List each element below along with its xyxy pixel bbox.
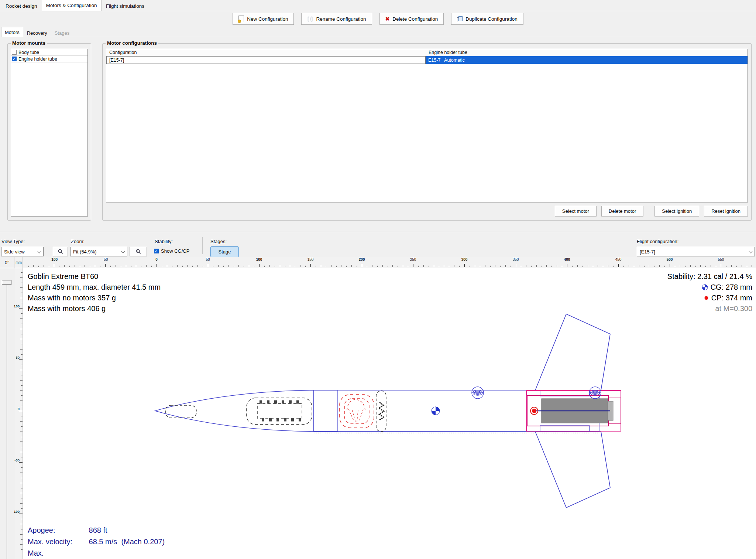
fin-lower — [535, 432, 610, 508]
zoom-label: Zoom: — [71, 239, 85, 244]
zoom-value: Fit (54.9%) — [73, 249, 97, 255]
duplicate-icon — [457, 16, 463, 22]
chevron-down-icon — [38, 250, 41, 253]
rename-configuration-button[interactable]: Rename Configuration — [301, 13, 372, 25]
tab-flight-simulations[interactable]: Flight simulations — [102, 1, 149, 11]
rotation-slider-track[interactable] — [7, 285, 7, 559]
flight-data-block: Apogee: 868 ft Max. velocity: 68.5 m/s (… — [28, 525, 165, 559]
openrocket-window: Rocket design Motors & Configuration Fli… — [0, 0, 756, 559]
zoom-out-icon — [58, 249, 63, 255]
max-acceleration-label: Max. acceleration: — [28, 548, 87, 559]
cp-marker-dot — [532, 409, 536, 413]
parachute-mid — [344, 399, 369, 424]
shock-cord — [379, 402, 384, 420]
rocket-mass-no-motors: Mass with no motors 357 g — [28, 293, 161, 303]
fin-tab-bottom — [540, 426, 590, 432]
rocket-info-block: Goblin Extreme BT60 Length 459 mm, max. … — [28, 271, 161, 314]
body-tube-checkbox[interactable] — [12, 50, 17, 55]
mount-item-engine-holder-tube[interactable]: Engine holder tube — [11, 55, 88, 62]
tab-rocket-design[interactable]: Rocket design — [1, 1, 42, 11]
motor-mounts-group: Motor mounts Body tube Engine holder tub… — [7, 43, 91, 221]
select-motor-button[interactable]: Select motor — [555, 206, 597, 217]
cg-icon — [702, 284, 708, 290]
delete-configuration-button[interactable]: ✖ Delete Configuration — [379, 13, 444, 25]
engine-holder-tube-cell-selected[interactable]: E15-7 Automatic — [426, 56, 748, 64]
cg-marker-q1 — [436, 407, 440, 411]
cg-value: CG: 278 mm — [711, 282, 752, 293]
parachute-line-4 — [359, 409, 363, 421]
configuration-toolbar: New Configuration Rename Configuration ✖… — [0, 11, 756, 27]
cp-icon — [704, 296, 709, 300]
stage-toggle-button[interactable]: Stage — [210, 246, 239, 257]
launch-lug-fore — [472, 387, 484, 399]
ruler-unit-label: mm — [15, 257, 23, 268]
delete-motor-button[interactable]: Delete motor — [601, 206, 643, 217]
mach-condition: at M=0.300 — [667, 303, 752, 314]
column-header-configuration: Configuration — [106, 50, 426, 55]
view-type-label: View Type: — [1, 239, 25, 244]
motor-buttons-row: Select motor Delete motor Select ignitio… — [555, 206, 748, 217]
delete-x-icon: ✖ — [385, 16, 390, 21]
fin-upper — [535, 314, 610, 390]
rocket-mass-with-motors: Mass with motors 406 g — [28, 303, 161, 314]
select-ignition-button[interactable]: Select ignition — [654, 206, 699, 217]
flight-configuration-value: [E15-7] — [640, 249, 655, 255]
vertical-ruler: 100500-50-100 — [15, 268, 23, 559]
new-document-icon — [238, 16, 244, 22]
table-row[interactable]: [E15-7] E15-7 Automatic — [106, 56, 748, 64]
motor-configurations-group: Motor configurations Configuration Engin… — [102, 43, 752, 221]
toolbar-divider — [202, 237, 203, 254]
flight-configuration-label: Flight configuration: — [637, 239, 678, 244]
main-tab-bar: Rocket design Motors & Configuration Fli… — [0, 0, 756, 11]
max-velocity-value: 68.5 m/s (Mach 0.207) — [89, 538, 165, 546]
show-cgcp-checkbox[interactable] — [154, 249, 159, 253]
rotation-indicator: 0° — [0, 257, 14, 268]
zoom-in-button[interactable] — [130, 247, 147, 256]
flight-configuration-dropdown[interactable]: [E15-7] — [637, 247, 755, 256]
rename-icon — [307, 16, 313, 22]
motor-configurations-table: Configuration Engine holder tube [E15-7]… — [106, 49, 748, 202]
motors-tab-panel: Motor mounts Body tube Engine holder tub… — [0, 37, 756, 232]
view-type-dropdown[interactable]: Side view — [1, 247, 44, 256]
configuration-cell[interactable]: [E15-7] — [106, 56, 426, 64]
table-header: Configuration Engine holder tube — [106, 49, 748, 56]
view-toolbar: View Type: Side view Zoom: Fit (54.9%) — [0, 232, 756, 257]
stages-label: Stages: — [210, 239, 227, 244]
new-configuration-button[interactable]: New Configuration — [233, 13, 294, 25]
nose-mass — [165, 405, 196, 418]
nose-shoulder — [314, 390, 338, 432]
motor-mounts-title: Motor mounts — [11, 40, 47, 46]
rotation-slider-handle[interactable] — [2, 280, 11, 285]
chute-bay-inner — [257, 403, 302, 418]
body-tube-label: Body tube — [18, 50, 39, 55]
show-cgcp-label: Show CG/CP — [161, 248, 189, 254]
subtab-recovery[interactable]: Recovery — [23, 28, 51, 37]
zoom-in-icon — [135, 249, 141, 255]
view-type-value: Side view — [4, 249, 25, 255]
stability-label: Stability: — [155, 239, 173, 244]
mount-item-body-tube[interactable]: Body tube — [11, 49, 88, 56]
engine-holder-tube-checkbox[interactable] — [12, 57, 17, 61]
launch-lug-aft — [589, 387, 601, 399]
parachute-line-3 — [357, 410, 358, 422]
duplicate-configuration-button[interactable]: Duplicate Configuration — [451, 13, 523, 25]
rocket-view-area: 0° mm -100-50050100150200250300350400450… — [0, 257, 756, 559]
sub-tab-bar: Motors Recovery Stages — [0, 27, 756, 37]
rename-configuration-label: Rename Configuration — [316, 16, 366, 22]
show-cgcp-control[interactable]: Show CG/CP — [154, 248, 189, 254]
rocket-dimensions: Length 459 mm, max. diameter 41.5 mm — [28, 282, 161, 293]
new-configuration-label: New Configuration — [247, 16, 288, 22]
rocket-canvas[interactable]: Goblin Extreme BT60 Length 459 mm, max. … — [23, 268, 756, 559]
zoom-out-button[interactable] — [53, 247, 68, 256]
subtab-motors[interactable]: Motors — [1, 27, 23, 37]
parachute-canopy — [347, 399, 365, 410]
cp-value: CP: 374 mm — [711, 293, 752, 303]
tab-motors-configuration[interactable]: Motors & Configuration — [42, 0, 102, 11]
reset-ignition-button[interactable]: Reset ignition — [704, 206, 748, 217]
zoom-dropdown[interactable]: Fit (54.9%) — [70, 247, 127, 256]
nose-cone — [155, 390, 314, 432]
duplicate-configuration-label: Duplicate Configuration — [465, 16, 517, 22]
chevron-down-icon — [749, 250, 753, 253]
max-velocity-label: Max. velocity: — [28, 536, 87, 548]
stability-value: Stability: 2.31 cal / 21.4 % — [667, 271, 752, 282]
